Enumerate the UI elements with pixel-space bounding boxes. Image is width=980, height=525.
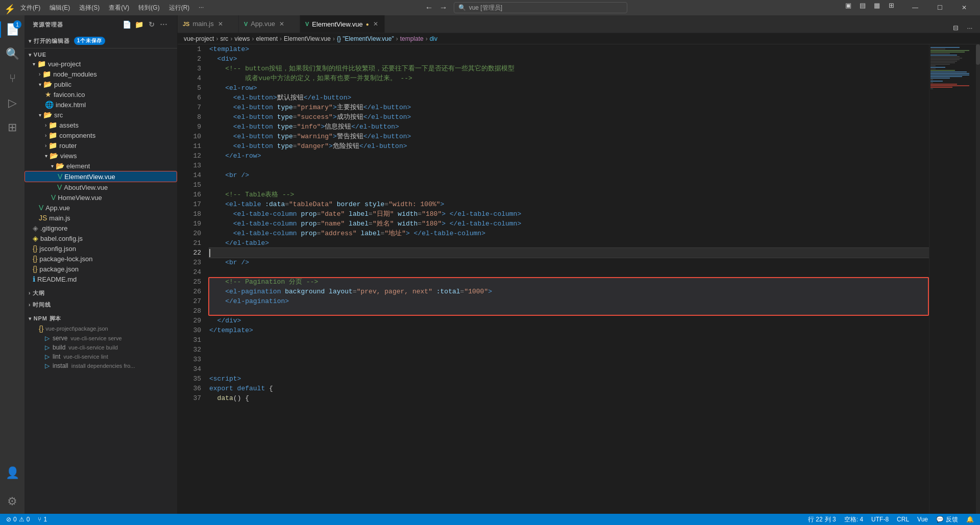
tree-item-assets[interactable]: › 📁 assets (24, 120, 177, 130)
tree-item-public[interactable]: ▾ 📂 public (24, 79, 177, 89)
minimap-scrollbar[interactable] (976, 44, 980, 514)
tree-item-element[interactable]: ▾ 📂 element (24, 161, 177, 171)
vue-file-icon: V (39, 204, 43, 212)
tree-item-node-modules[interactable]: › 📁 node_modules (24, 69, 177, 79)
attr: type (277, 132, 293, 141)
tree-label: assets (59, 121, 79, 129)
breadcrumb-element[interactable]: element (256, 35, 278, 42)
npm-lint-script: vue-cli-service lint (63, 354, 108, 360)
tree-item-index-html[interactable]: 🌐 index.html (24, 99, 177, 110)
breadcrumb-div[interactable]: div (430, 35, 437, 42)
activity-search[interactable]: 🔍 (0, 42, 24, 66)
status-language[interactable]: Vue (915, 514, 930, 525)
tree-item-app-vue[interactable]: V App.vue (24, 203, 177, 213)
new-file-button[interactable]: 📄 (122, 19, 132, 30)
layout-btn-3[interactable]: ▦ (871, 0, 883, 10)
outline-header[interactable]: › 大纲 (24, 286, 177, 298)
npm-serve-item[interactable]: ▷ serve vue-cli-service serve (24, 334, 177, 343)
refresh-button[interactable]: ↻ (146, 19, 157, 30)
menu-more[interactable]: ··· (194, 3, 208, 13)
status-errors[interactable]: ⊘ 0 ⚠ 0 (4, 514, 32, 525)
activity-settings[interactable]: ⚙ (0, 489, 24, 514)
tree-item-element-view[interactable]: V ElementView.vue (24, 171, 177, 182)
tree-item-favicon[interactable]: ★ favicon.ico (24, 89, 177, 99)
npm-build-item[interactable]: ▷ build vue-cli-service build (24, 343, 177, 352)
tree-item-components[interactable]: › 📁 components (24, 130, 177, 140)
status-spaces[interactable]: 空格: 4 (842, 514, 865, 525)
menu-select[interactable]: 选择(S) (75, 3, 104, 13)
status-feedback[interactable]: 💬 反馈 (934, 514, 960, 525)
npm-project-item[interactable]: {} vue-project\package.json (24, 323, 177, 334)
status-encoding[interactable]: UTF-8 (869, 514, 891, 525)
activity-git[interactable]: ⑂ (0, 66, 24, 91)
tree-item-main-js[interactable]: JS main.js (24, 213, 177, 223)
tree-item-package-lock[interactable]: {} package-lock.json (24, 254, 177, 264)
new-folder-button[interactable]: 📁 (134, 19, 144, 30)
split-editor-button[interactable]: ⊟ (949, 22, 962, 33)
code-editor[interactable]: <template> <div> <!-- button按钮，如果我们复制的组件… (205, 44, 929, 514)
collapse-all-button[interactable]: ··· (159, 19, 169, 30)
activity-explorer[interactable]: 📄 1 (0, 17, 24, 42)
vue-section-header[interactable]: ▾ VUE (24, 48, 177, 59)
timeline-header[interactable]: › 时间线 (24, 298, 177, 310)
menu-go[interactable]: 转到(G) (134, 3, 163, 13)
menu-edit[interactable]: 编辑(E) (45, 3, 74, 13)
forward-button[interactable]: → (437, 3, 450, 13)
tab-close-button[interactable]: ✕ (217, 20, 224, 28)
status-notifications[interactable]: 🔔 (964, 514, 976, 525)
breadcrumb-views[interactable]: views (234, 35, 250, 42)
breadcrumb-src[interactable]: src (220, 35, 228, 42)
layout-btn-1[interactable]: ▣ (842, 0, 854, 10)
tree-item-src[interactable]: ▾ 📂 src (24, 110, 177, 120)
encoding-label: UTF-8 (871, 516, 889, 523)
breadcrumb-project[interactable]: vue-project (184, 35, 214, 42)
minimize-button[interactable]: — (903, 0, 927, 15)
npm-install-item[interactable]: ▷ install install dependencies fro... (24, 361, 177, 370)
back-button[interactable]: ← (423, 3, 435, 13)
tree-item-views[interactable]: ▾ 📂 views (24, 151, 177, 161)
tree-item-about-view[interactable]: V AboutView.vue (24, 182, 177, 192)
layout-btn-4[interactable]: ⊞ (885, 0, 897, 10)
npm-build-cmd: build (53, 344, 65, 351)
line-num-6: 6 (182, 93, 201, 103)
text (209, 316, 217, 326)
tree-item-router[interactable]: › 📁 router (24, 140, 177, 151)
tree-item-babel[interactable]: ◈ babel.config.js (24, 233, 177, 243)
tree-item-readme[interactable]: ℹ README.md (24, 274, 177, 284)
tree-item-vue-project[interactable]: ▾ 📁 vue-project (24, 59, 177, 69)
tree-item-home-view[interactable]: V HomeView.vue (24, 192, 177, 203)
search-bar[interactable]: 🔍 vue [管理员] (454, 2, 627, 13)
close-button[interactable]: ✕ (952, 0, 976, 15)
activity-debug[interactable]: ▷ (0, 91, 24, 115)
open-editors-header[interactable]: ▾ 打开的编辑器 1个未保存 (24, 34, 177, 46)
breadcrumb-obj[interactable]: {} "ElementView.vue" (337, 35, 394, 42)
layout-btn-2[interactable]: ▤ (856, 0, 869, 10)
tab-element-view[interactable]: V ElementView.vue ● ✕ (300, 15, 385, 33)
breadcrumb-template[interactable]: template (400, 35, 424, 42)
menu-run[interactable]: 运行(R) (165, 3, 194, 13)
tree-item-jsconfig[interactable]: {} jsconfig.json (24, 243, 177, 254)
npm-label: NPM 脚本 (34, 315, 61, 322)
tag: <el-table-column (233, 219, 301, 229)
status-git-branch[interactable]: ⑂ 1 (36, 514, 49, 525)
npm-lint-item[interactable]: ▷ lint vue-cli-service lint (24, 352, 177, 361)
npm-header[interactable]: ▾ NPM 脚本 (24, 312, 177, 323)
tab-main-js[interactable]: JS main.js ✕ (178, 15, 239, 33)
tab-app-vue[interactable]: V App.vue ✕ (239, 15, 300, 33)
activity-extensions[interactable]: ⊞ (0, 115, 24, 140)
tree-item-gitignore[interactable]: ◈ .gitignore (24, 223, 177, 233)
tab-close-button[interactable]: ✕ (278, 20, 285, 28)
status-line-col[interactable]: 行 22 列 3 (806, 514, 838, 525)
activity-accounts[interactable]: 👤 (0, 461, 24, 485)
tree-item-package-json[interactable]: {} package.json (24, 264, 177, 274)
breadcrumb-file[interactable]: ElementView.vue (284, 35, 331, 42)
menu-view[interactable]: 查看(V) (105, 3, 133, 13)
more-actions-button[interactable]: ··· (964, 22, 976, 33)
minimap-thumb[interactable] (976, 44, 980, 65)
status-line-ending[interactable]: CRL (895, 514, 911, 525)
text (325, 287, 329, 296)
menu-file[interactable]: 文件(F) (16, 3, 44, 13)
tab-close-button[interactable]: ✕ (372, 20, 379, 28)
chevron-right-icon: › (29, 290, 31, 296)
maximize-button[interactable]: ☐ (928, 0, 951, 15)
